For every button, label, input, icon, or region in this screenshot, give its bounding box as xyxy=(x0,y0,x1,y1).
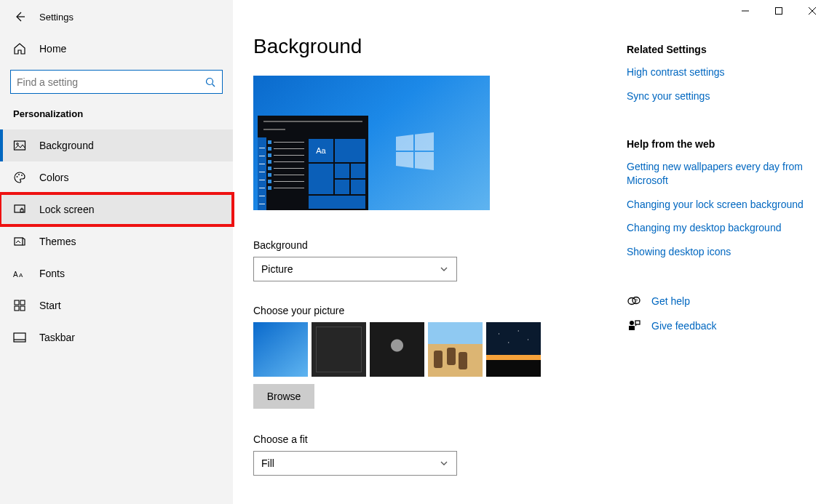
home-button[interactable]: Home xyxy=(0,32,233,65)
search-input-wrapper[interactable] xyxy=(10,70,223,94)
svg-point-30 xyxy=(630,321,634,325)
svg-marker-23 xyxy=(396,135,413,151)
search-input[interactable] xyxy=(17,76,205,88)
search-icon xyxy=(205,76,216,88)
home-label: Home xyxy=(39,43,66,55)
themes-icon xyxy=(13,235,26,248)
link-sync-settings[interactable]: Sync your settings xyxy=(627,89,814,103)
sidebar-item-label: Background xyxy=(39,140,94,151)
taskbar-icon xyxy=(13,331,26,344)
browse-button[interactable]: Browse xyxy=(253,384,314,409)
link-help-wallpapers[interactable]: Getting new wallpapers every day from Mi… xyxy=(627,160,814,188)
svg-rect-21 xyxy=(14,333,25,342)
sidebar-item-start[interactable]: Start xyxy=(0,289,233,321)
desktop-preview: Aa xyxy=(253,76,490,210)
link-help-desktop-icons[interactable]: Showing desktop icons xyxy=(627,245,814,259)
main-area: Background xyxy=(233,0,829,504)
window-controls xyxy=(729,0,829,22)
svg-rect-32 xyxy=(635,321,640,324)
link-help-lockscreen[interactable]: Changing your lock screen background xyxy=(627,198,814,212)
svg-rect-1 xyxy=(776,8,782,15)
window-title: Settings xyxy=(39,12,74,23)
link-give-feedback[interactable]: Give feedback xyxy=(651,319,717,333)
svg-text:A: A xyxy=(13,271,18,279)
svg-rect-19 xyxy=(15,306,19,311)
sidebar-item-lock-screen[interactable]: Lock screen xyxy=(0,193,233,225)
chevron-down-icon xyxy=(439,458,449,468)
related-settings-header: Related Settings xyxy=(627,44,814,55)
svg-rect-18 xyxy=(20,300,25,305)
start-icon xyxy=(13,299,26,312)
maximize-button[interactable] xyxy=(762,0,796,22)
start-menu-mock: Aa xyxy=(258,116,368,210)
picture-thumbnails xyxy=(253,322,627,377)
back-button[interactable] xyxy=(13,10,26,23)
sidebar-item-label: Taskbar xyxy=(39,332,75,343)
sidebar-item-label: Lock screen xyxy=(39,204,94,215)
sidebar: Settings Home Personalization Background xyxy=(0,0,233,504)
home-icon xyxy=(13,42,26,55)
sidebar-item-label: Colors xyxy=(39,172,68,183)
svg-text:?: ? xyxy=(635,298,638,303)
svg-marker-26 xyxy=(415,152,434,170)
sidebar-item-label: Themes xyxy=(39,236,76,247)
link-high-contrast[interactable]: High contrast settings xyxy=(627,65,814,79)
svg-marker-25 xyxy=(396,152,413,168)
link-get-help[interactable]: Get help xyxy=(651,295,690,308)
background-label: Background xyxy=(253,239,627,251)
picture-thumbnail[interactable] xyxy=(312,322,366,377)
dropdown-value: Picture xyxy=(261,263,293,275)
close-button[interactable] xyxy=(796,0,829,22)
link-help-desktop-bg[interactable]: Changing my desktop background xyxy=(627,221,814,235)
svg-rect-17 xyxy=(15,300,19,305)
svg-line-6 xyxy=(213,84,215,87)
fonts-icon: AA xyxy=(13,267,26,280)
picture-thumbnail[interactable] xyxy=(486,322,541,377)
choose-picture-label: Choose your picture xyxy=(253,305,627,316)
sidebar-item-label: Start xyxy=(39,300,61,311)
minimize-button[interactable] xyxy=(729,0,762,22)
svg-rect-13 xyxy=(20,209,23,212)
svg-point-8 xyxy=(17,143,19,145)
picture-thumbnail[interactable] xyxy=(428,322,483,377)
page-title: Background xyxy=(253,35,627,58)
sidebar-item-label: Fonts xyxy=(39,268,65,279)
choose-fit-label: Choose a fit xyxy=(253,433,627,445)
feedback-icon xyxy=(627,319,641,333)
svg-rect-20 xyxy=(20,306,25,311)
sample-text-tile: Aa xyxy=(309,139,333,162)
chevron-down-icon xyxy=(439,264,449,274)
picture-thumbnail[interactable] xyxy=(370,322,424,377)
palette-icon xyxy=(13,171,26,184)
sidebar-item-colors[interactable]: Colors xyxy=(0,161,233,193)
picture-thumbnail[interactable] xyxy=(253,322,308,377)
lock-screen-icon xyxy=(13,203,26,216)
fit-dropdown[interactable]: Fill xyxy=(253,451,457,476)
svg-text:A: A xyxy=(19,272,23,279)
sidebar-item-taskbar[interactable]: Taskbar xyxy=(0,321,233,353)
svg-point-5 xyxy=(207,78,213,84)
windows-logo-icon xyxy=(396,132,434,170)
sidebar-item-background[interactable]: Background xyxy=(0,129,233,161)
dropdown-value: Fill xyxy=(261,457,274,469)
picture-icon xyxy=(13,139,26,152)
background-type-dropdown[interactable]: Picture xyxy=(253,257,457,281)
svg-point-9 xyxy=(17,176,18,177)
settings-window: Settings Home Personalization Background xyxy=(0,0,829,504)
sidebar-item-fonts[interactable]: AA Fonts xyxy=(0,257,233,289)
help-icon: ? xyxy=(627,294,641,308)
svg-marker-24 xyxy=(415,132,434,151)
svg-point-10 xyxy=(18,174,20,175)
content: Background xyxy=(233,0,627,504)
right-rail: Related Settings High contrast settings … xyxy=(627,0,829,504)
svg-point-11 xyxy=(21,175,23,176)
help-header: Help from the web xyxy=(627,138,814,150)
sidebar-item-themes[interactable]: Themes xyxy=(0,225,233,257)
section-header: Personalization xyxy=(0,107,233,129)
svg-rect-31 xyxy=(629,326,635,330)
